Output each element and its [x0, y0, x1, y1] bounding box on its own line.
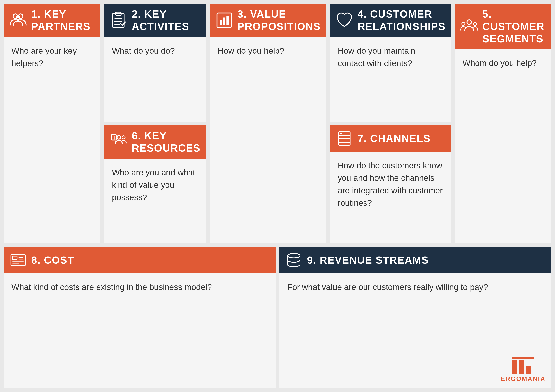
- svg-point-31: [288, 253, 300, 258]
- card-header-key-resources: 6. KEY RESOURCES: [104, 125, 206, 159]
- card-header-customer-rel: 4. CUSTOMER RELATIONSHIPS: [330, 4, 451, 37]
- col-cost: 8. COST What kind of costs are existing …: [4, 247, 276, 388]
- col-key-activities: 2. KEY ACTIVITES What do you do?: [104, 4, 206, 243]
- customer-seg-icon: [460, 18, 478, 36]
- revenue-icon: [285, 251, 303, 269]
- customer-seg-title: 5. CUSTOMER SEGMENTS: [482, 8, 546, 45]
- col-customer-seg: 5. CUSTOMER SEGMENTS Whom do you help?: [455, 4, 551, 243]
- card-key-resources: 6. KEY RESOURCES Who are you and what ki…: [104, 125, 206, 243]
- revenue-title: 9. REVENUE STREAMS: [307, 254, 429, 266]
- key-resources-icon: [110, 133, 127, 151]
- brand-name: ERGOMANIA: [501, 375, 546, 383]
- cost-icon: [9, 251, 27, 269]
- key-activities-icon: [110, 11, 127, 29]
- channels-icon: [335, 129, 353, 147]
- card-value-props: 3. VALUE PROPOSITIONS How do you help?: [210, 4, 326, 243]
- value-props-title: 3. VALUE PROPOSITIONS: [237, 8, 321, 33]
- col-value-props: 3. VALUE PROPOSITIONS How do you help?: [210, 4, 326, 243]
- svg-point-22: [467, 20, 471, 24]
- key-partners-title: 1. KEY PARTNERS: [31, 8, 95, 33]
- customer-rel-icon: [335, 11, 353, 29]
- key-resources-title: 6. KEY RESOURCES: [131, 129, 200, 154]
- top-section: 1. KEY PARTNERS Who are your key helpers…: [4, 4, 551, 243]
- card-header-revenue: 9. REVENUE STREAMS: [279, 247, 551, 273]
- key-activities-body: What do you do?: [104, 37, 206, 122]
- card-customer-seg: 5. CUSTOMER SEGMENTS Whom do you help?: [455, 4, 551, 243]
- value-props-body: How do you help?: [210, 37, 326, 243]
- card-header-key-partners: 1. KEY PARTNERS: [4, 4, 100, 37]
- card-header-key-activities: 2. KEY ACTIVITES: [104, 4, 206, 37]
- cost-body: What kind of costs are existing in the b…: [4, 273, 276, 388]
- svg-rect-15: [223, 18, 225, 25]
- svg-rect-26: [13, 256, 17, 260]
- svg-point-11: [117, 136, 121, 139]
- svg-point-21: [340, 133, 342, 135]
- key-activities-title: 2. KEY ACTIVITES: [131, 8, 200, 33]
- cost-title: 8. COST: [31, 254, 74, 266]
- svg-point-24: [473, 22, 476, 25]
- svg-rect-16: [226, 16, 228, 25]
- col-revenue: 9. REVENUE STREAMS For what value are ou…: [279, 247, 551, 388]
- svg-rect-14: [220, 20, 222, 25]
- value-props-icon: [215, 11, 233, 29]
- svg-point-23: [462, 22, 465, 25]
- channels-body: How do the customers know you and how th…: [330, 152, 451, 243]
- key-partners-body: Who are your key helpers?: [4, 37, 100, 243]
- card-header-customer-seg: 5. CUSTOMER SEGMENTS: [455, 4, 551, 49]
- card-key-activities: 2. KEY ACTIVITES What do you do?: [104, 4, 206, 122]
- col-customer-rel: 4. CUSTOMER RELATIONSHIPS How do you mai…: [330, 4, 451, 243]
- card-header-channels: 7. CHANNELS: [330, 125, 451, 152]
- customer-rel-title: 4. CUSTOMER RELATIONSHIPS: [358, 8, 445, 33]
- channels-title: 7. CHANNELS: [358, 132, 431, 145]
- canvas: 1. KEY PARTNERS Who are your key helpers…: [0, 0, 555, 392]
- card-cost: 8. COST What kind of costs are existing …: [4, 247, 276, 388]
- ergomania-logo: ERGOMANIA: [501, 357, 546, 383]
- key-resources-body: Who are you and what kind of value you p…: [104, 159, 206, 243]
- svg-point-12: [122, 136, 125, 139]
- card-key-partners: 1. KEY PARTNERS Who are your key helpers…: [4, 4, 100, 243]
- card-customer-relationships: 4. CUSTOMER RELATIONSHIPS How do you mai…: [330, 4, 451, 122]
- col-key-partners: 1. KEY PARTNERS Who are your key helpers…: [4, 4, 100, 243]
- svg-rect-8: [112, 135, 116, 140]
- card-header-cost: 8. COST: [4, 247, 276, 273]
- key-partners-icon: [9, 11, 27, 29]
- card-header-value-props: 3. VALUE PROPOSITIONS: [210, 4, 326, 37]
- card-channels: 7. CHANNELS How do the customers know yo…: [330, 125, 451, 243]
- customer-rel-body: How do you maintain contact with clients…: [330, 37, 451, 122]
- bottom-section: 8. COST What kind of costs are existing …: [4, 247, 551, 388]
- customer-seg-body: Whom do you help?: [455, 49, 551, 243]
